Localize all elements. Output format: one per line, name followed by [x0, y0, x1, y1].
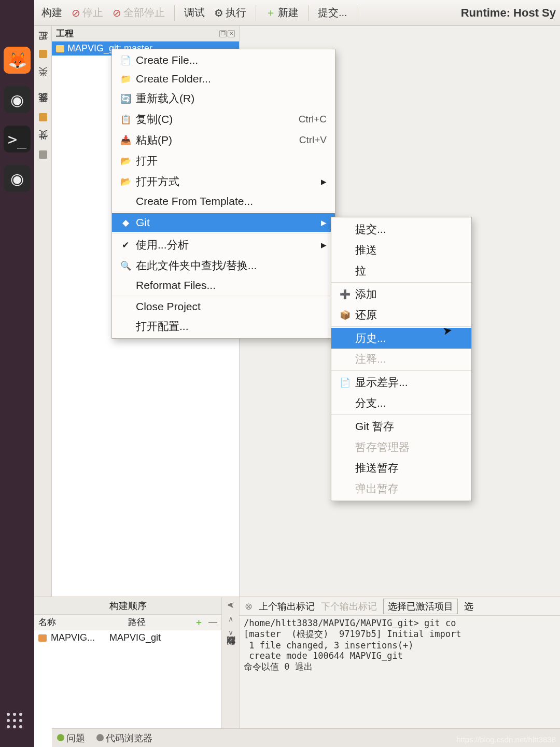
up-icon[interactable]: ∧	[228, 615, 233, 623]
menu-item-label: Reformat Files...	[136, 279, 327, 292]
menu-item[interactable]: 🔍在此文件夹中查找/替换...	[112, 255, 335, 276]
new-file-icon: ＋	[265, 6, 276, 20]
submenu-item[interactable]: Git 暂存	[331, 416, 471, 437]
tab-files[interactable]: 文件	[37, 147, 49, 159]
menu-item[interactable]: 📂打开	[112, 150, 335, 171]
menu-item[interactable]: 📁Create Folder...	[112, 70, 335, 88]
search-icon: 🔍	[120, 260, 131, 271]
runtime-label: Runtime: Host Sy	[461, 6, 556, 20]
menu-item-label: Create Folder...	[136, 73, 327, 85]
menu-item[interactable]: ✔使用...分析▸	[112, 234, 335, 255]
menu-item[interactable]: Create From Template...	[112, 192, 335, 211]
menu-item-label: 复制(C)	[136, 112, 293, 127]
app-icon-1[interactable]: ◉	[4, 86, 31, 113]
submenu-item: 暂存管理器	[331, 437, 471, 458]
open-with-icon: 📂	[120, 176, 131, 187]
menu-item[interactable]: 📄Create File...	[112, 51, 335, 70]
col-name[interactable]: 名称	[38, 616, 56, 628]
panel-window-buttons: ❐ ✕	[219, 30, 235, 37]
submenu-item[interactable]: 历史...	[331, 328, 471, 349]
firefox-icon[interactable]: 🦊	[4, 47, 31, 74]
submenu-item[interactable]: 提交...	[331, 219, 471, 240]
app-icon-2[interactable]: ◉	[4, 165, 31, 192]
next-output-tab[interactable]: 下个输出标记	[321, 600, 377, 613]
run-button[interactable]: ⚙ 执行	[211, 4, 249, 22]
menu-item[interactable]: 📥粘贴(P)Ctrl+V	[112, 130, 335, 150]
diff-icon: 📄	[340, 377, 350, 388]
submenu-item-label: 弹出暂存	[355, 481, 463, 496]
select-active-tab[interactable]: 选择已激活项目	[383, 599, 458, 614]
open-icon: 📂	[120, 156, 131, 167]
new-folder-icon: 📁	[120, 74, 131, 85]
close-icon[interactable]: ✕	[228, 30, 235, 37]
menu-item[interactable]: ◆Git▸	[112, 213, 335, 232]
submenu-item-label: Git 暂存	[355, 419, 463, 434]
tab-filesystem[interactable]: 文件系统	[37, 110, 49, 121]
menu-shortcut: Ctrl+V	[299, 134, 327, 146]
tab-project[interactable]: 工程	[37, 47, 49, 58]
output-panel: ⮜ ∧ ∨ 版本控制 ⊗ 上个输出标记 下个输出标记 选择已激活项目 选 /ho…	[222, 597, 560, 747]
apps-grid-icon[interactable]	[7, 713, 22, 728]
add-icon[interactable]: ＋	[194, 616, 203, 628]
commit-button[interactable]: 提交...	[315, 4, 351, 22]
stop-all-button[interactable]: ⊘ 全部停止	[109, 4, 168, 22]
debug-button[interactable]: 调试	[181, 4, 208, 22]
detach-icon[interactable]: ❐	[219, 30, 227, 37]
down-icon[interactable]: ∨	[228, 628, 233, 637]
submenu-item-label: 添加	[355, 287, 463, 301]
menu-item[interactable]: 📋复制(C)Ctrl+C	[112, 109, 335, 130]
submenu-item[interactable]: 📦还原	[331, 305, 471, 325]
os-launcher: 🦊 ◉ >_ ◉	[0, 0, 34, 747]
submenu-item[interactable]: 推送	[331, 240, 471, 260]
menu-item-label: 重新载入(R)	[136, 91, 327, 106]
menu-item-label: 打开	[136, 154, 327, 168]
submenu-item-label: 历史...	[355, 331, 463, 345]
submenu-item[interactable]: 推送暂存	[331, 458, 471, 478]
menu-item-label: 打开方式	[136, 174, 316, 189]
git-submenu: 提交...推送拉➕添加📦还原历史...注释...📄显示差异...分支...Git…	[331, 217, 472, 501]
submenu-item[interactable]: ➕添加	[331, 284, 471, 305]
reload-icon: 🔄	[120, 93, 131, 104]
submenu-item-label: 还原	[355, 308, 463, 322]
check-icon: ✔	[120, 240, 131, 251]
new-button[interactable]: ＋ 新建	[262, 4, 302, 22]
submenu-item-label: 提交...	[355, 222, 463, 237]
menu-item-label: 粘贴(P)	[136, 133, 294, 147]
menu-item[interactable]: 打开配置...	[112, 316, 335, 337]
status-issues[interactable]: 问题	[57, 732, 85, 744]
submenu-item[interactable]: 📄显示差异...	[331, 372, 471, 393]
stop-button[interactable]: ⊘ 停止	[68, 4, 106, 22]
console-side: ⮜ ∧ ∨ 版本控制	[222, 597, 240, 747]
remove-icon[interactable]: —	[208, 617, 217, 628]
menu-item[interactable]: 📂打开方式▸	[112, 171, 335, 192]
menu-item[interactable]: 🔄重新载入(R)	[112, 88, 335, 109]
menu-item[interactable]: Reformat Files...	[112, 276, 335, 295]
menu-item-label: 在此文件夹中查找/替换...	[136, 258, 327, 273]
more-tab[interactable]: 选	[464, 600, 473, 613]
build-order-row[interactable]: MAPVIG... MAPVIG_git	[34, 630, 221, 645]
status-code-browser[interactable]: 代码浏览器	[96, 732, 152, 744]
menu-item[interactable]: Close Project	[112, 297, 335, 316]
git-icon: ◆	[120, 217, 131, 228]
main-toolbar: 构建 ⊘ 停止 ⊘ 全部停止 调试 ⚙ 执行 ＋ 新建 提交... Runtim…	[34, 0, 560, 26]
build-order-title: 构建顺序	[34, 597, 221, 615]
collapse-icon[interactable]: ⮜	[227, 601, 234, 610]
submenu-item-label: 注释...	[355, 352, 463, 366]
menu-item-label: Create File...	[136, 54, 327, 66]
menu-item-label: 打开配置...	[136, 319, 327, 334]
paste-icon: 📥	[120, 135, 131, 146]
submenu-item[interactable]: 分支...	[331, 393, 471, 413]
close-output-icon[interactable]: ⊗	[245, 601, 253, 612]
submenu-item[interactable]: 拉	[331, 260, 471, 281]
submenu-item-label: 暂存管理器	[355, 440, 463, 454]
submenu-item-label: 推送暂存	[355, 461, 463, 475]
chevron-right-icon: ▸	[321, 239, 327, 251]
build-button[interactable]: 构建	[38, 4, 65, 22]
plus-icon: ➕	[340, 289, 350, 300]
menu-shortcut: Ctrl+C	[299, 114, 327, 125]
prev-output-tab[interactable]: 上个输出标记	[259, 600, 315, 613]
context-menu: 📄Create File...📁Create Folder...🔄重新载入(R)…	[111, 49, 335, 339]
col-path[interactable]: 路径	[128, 616, 190, 628]
terminal-icon[interactable]: >_	[4, 126, 31, 153]
console-output[interactable]: /home/hltt3838/MAPVIG/MAPVIG_git> git co…	[240, 616, 560, 747]
